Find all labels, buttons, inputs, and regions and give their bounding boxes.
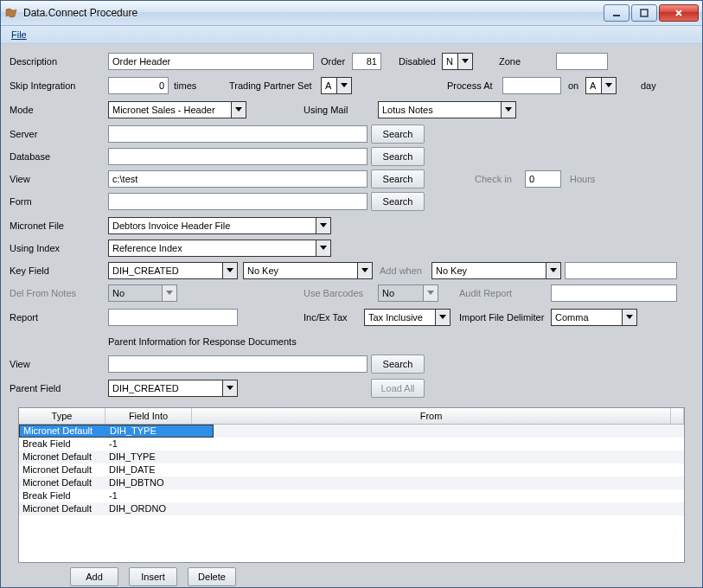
- label-form: Form: [10, 196, 32, 207]
- table-row[interactable]: Micronet DefaultDIH_ORDNO: [19, 502, 684, 515]
- chevron-down-icon: [231, 102, 246, 118]
- add-when-select[interactable]: No Key: [431, 262, 561, 279]
- add-button[interactable]: Add: [70, 567, 118, 586]
- cell-type: Micronet Default: [19, 463, 105, 476]
- cell-from: [192, 489, 671, 502]
- inc-ex-tax-select[interactable]: Tax Inclusive: [364, 309, 451, 326]
- svg-rect-0: [613, 15, 620, 16]
- cell-field-into: DIH_ORDNO: [105, 502, 192, 515]
- check-in-input[interactable]: [525, 170, 561, 188]
- cell-end: [671, 476, 684, 489]
- description-input[interactable]: [108, 53, 314, 70]
- label-use-barcodes: Use Barcodes: [304, 288, 363, 298]
- cell-from: [192, 463, 671, 476]
- parent-field-select[interactable]: DIH_CREATED: [108, 380, 238, 397]
- window-buttons: [604, 4, 699, 22]
- view-search-button[interactable]: Search: [371, 169, 425, 189]
- col-field-into-header[interactable]: Field Into: [105, 408, 192, 424]
- chevron-down-icon: [622, 310, 636, 325]
- chevron-down-icon: [457, 54, 472, 69]
- key-field2-select[interactable]: No Key: [243, 262, 373, 279]
- trading-partner-set-select[interactable]: A: [321, 77, 352, 94]
- chevron-down-icon: [423, 285, 438, 301]
- label-zone: Zone: [499, 56, 521, 67]
- table-row[interactable]: Micronet DefaultDIH_TYPE: [19, 451, 684, 463]
- label-trading-partner-set: Trading Partner Set: [229, 80, 312, 91]
- view-input[interactable]: [108, 170, 367, 188]
- table-row[interactable]: Micronet DefaultDIH_TYPE: [19, 425, 214, 438]
- server-search-button[interactable]: Search: [371, 125, 425, 144]
- cell-field-into: DIH_DBTNO: [105, 476, 192, 489]
- database-search-button[interactable]: Search: [371, 147, 425, 166]
- audit-report-input[interactable]: [551, 284, 677, 302]
- form-search-button[interactable]: Search: [371, 192, 425, 211]
- skip-integration-input[interactable]: [108, 77, 169, 94]
- window: Data.Connect Procedure File Description …: [0, 0, 703, 588]
- label-disabled: Disabled: [399, 56, 436, 67]
- cell-from: [192, 476, 671, 489]
- import-file-delimiter-select[interactable]: Comma: [551, 309, 637, 326]
- form-input[interactable]: [108, 193, 367, 210]
- cell-type: Micronet Default: [20, 425, 106, 438]
- label-day: day: [641, 80, 656, 91]
- label-view: View: [10, 174, 30, 184]
- chevron-down-icon: [316, 218, 330, 233]
- using-mail-select[interactable]: Lotus Notes: [378, 101, 516, 118]
- del-from-notes-select: No: [108, 284, 177, 302]
- table-row[interactable]: Micronet DefaultDIH_DBTNO: [19, 476, 684, 489]
- label-skip-integration: Skip Integration: [10, 80, 75, 91]
- server-input[interactable]: [108, 125, 367, 143]
- insert-button[interactable]: Insert: [129, 567, 177, 586]
- response-view-input[interactable]: [108, 355, 367, 373]
- col-from-header[interactable]: From: [192, 408, 671, 424]
- label-del-from-notes: Del From Notes: [10, 288, 76, 298]
- maximize-button[interactable]: [631, 4, 657, 22]
- using-index-select[interactable]: Reference Index: [108, 240, 331, 257]
- cell-end: [671, 489, 684, 502]
- cell-field-into: DIH_TYPE: [106, 425, 193, 438]
- minimize-button[interactable]: [604, 4, 630, 22]
- cell-from: [192, 438, 671, 451]
- cell-end: [671, 425, 684, 438]
- cell-type: Micronet Default: [19, 476, 105, 489]
- table-row[interactable]: Micronet DefaultDIH_DATE: [19, 463, 684, 476]
- table-row[interactable]: Break Field-1: [19, 438, 684, 451]
- menu-file[interactable]: File: [6, 28, 32, 42]
- cell-from: [192, 425, 671, 438]
- cell-type: Micronet Default: [19, 451, 105, 463]
- chevron-down-icon: [162, 285, 176, 301]
- database-input[interactable]: [108, 148, 367, 165]
- cell-field-into: DIH_DATE: [105, 463, 192, 476]
- micronet-file-select[interactable]: Debtors Invoice Header File: [108, 217, 331, 234]
- chevron-down-icon: [435, 310, 450, 325]
- cell-from: [192, 502, 671, 515]
- order-input[interactable]: [352, 53, 381, 70]
- delete-button[interactable]: Delete: [188, 567, 236, 586]
- cell-end: [671, 502, 684, 515]
- close-button[interactable]: [659, 4, 699, 22]
- label-process-at: Process At: [447, 80, 493, 91]
- chevron-down-icon: [601, 78, 616, 93]
- label-server: Server: [10, 129, 37, 139]
- col-type-header[interactable]: Type: [19, 408, 105, 424]
- zone-input[interactable]: [556, 53, 608, 70]
- report-input[interactable]: [108, 309, 238, 326]
- table-row[interactable]: Break Field-1: [19, 489, 684, 502]
- on-select[interactable]: A: [585, 77, 617, 94]
- add-when-extra-input[interactable]: [565, 262, 677, 279]
- process-at-input[interactable]: [502, 77, 561, 94]
- label-order: Order: [321, 56, 345, 67]
- key-field-select[interactable]: DIH_CREATED: [108, 262, 238, 279]
- cell-end: [671, 463, 684, 476]
- label-add-when: Add when: [380, 265, 422, 276]
- mode-select[interactable]: Micronet Sales - Header: [108, 101, 246, 118]
- cell-end: [671, 438, 684, 451]
- load-all-button: Load All: [371, 379, 425, 398]
- window-title: Data.Connect Procedure: [23, 7, 604, 19]
- table-body[interactable]: Micronet DefaultDIH_TYPEBreak Field-1Bre…: [19, 425, 684, 562]
- fields-table[interactable]: Type Field Into From Micronet DefaultDIH…: [18, 407, 685, 563]
- label-audit-report: Audit Report: [459, 288, 512, 298]
- response-view-search-button[interactable]: Search: [371, 355, 425, 374]
- label-parent-info: Parent Information for Response Document…: [108, 336, 297, 347]
- disabled-select[interactable]: N: [442, 53, 473, 70]
